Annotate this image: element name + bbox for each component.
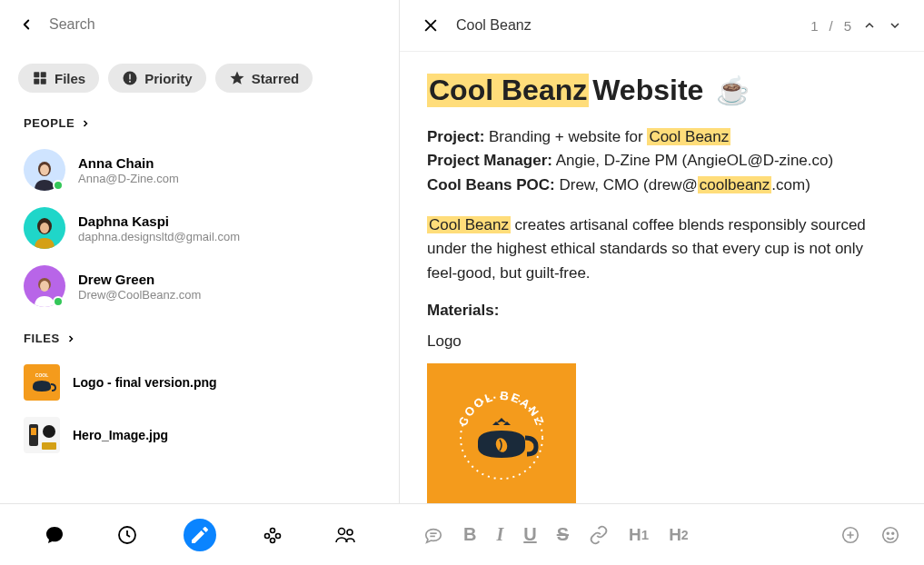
svg-rect-0 (34, 72, 39, 77)
comment-button[interactable] (423, 525, 443, 545)
link-button[interactable] (589, 525, 609, 545)
h1-button[interactable]: H1 (629, 525, 649, 545)
svg-text:COOL BEANZ: COOL BEANZ (456, 389, 548, 429)
search-bar (0, 0, 399, 49)
back-chevron-icon[interactable] (18, 16, 35, 33)
chevron-right-icon (80, 118, 91, 129)
person-row[interactable]: Drew Green Drew@CoolBeanz.com (0, 257, 399, 315)
file-thumb (24, 417, 60, 453)
person-row[interactable]: Daphna Kaspi daphna.designsltd@gmail.com (0, 199, 399, 257)
star-icon (229, 70, 245, 86)
comment-icon (423, 525, 443, 545)
avatar (24, 265, 65, 307)
description: Cool Beanz creates artisanal coffee blen… (427, 213, 897, 285)
add-button[interactable] (840, 525, 860, 545)
svg-rect-2 (34, 79, 39, 84)
svg-point-30 (347, 530, 353, 535)
svg-point-38 (892, 532, 894, 534)
nav-recent-button[interactable] (111, 519, 144, 551)
svg-point-11 (40, 223, 49, 233)
detail-header: Cool Beanz 1 / 5 (400, 0, 924, 52)
detail-title: Cool Beanz (456, 17, 794, 34)
nav-contacts-button[interactable] (329, 519, 362, 551)
pager: 1 / 5 (810, 18, 902, 34)
person-name: Daphna Kaspi (78, 213, 375, 229)
grid-icon (32, 70, 48, 86)
chip-label: Priority (144, 71, 193, 86)
svg-rect-16 (31, 428, 36, 435)
search-input[interactable] (49, 16, 381, 33)
section-files-header[interactable]: FILES (0, 326, 399, 356)
section-label: PEOPLE (24, 116, 75, 130)
chevron-down-icon[interactable] (888, 18, 902, 33)
person-email: daphna.designsltd@gmail.com (78, 230, 375, 243)
meta-block: Project: Branding + website for Cool Bea… (427, 125, 897, 197)
chip-label: Starred (252, 71, 300, 86)
chevron-right-icon (65, 333, 76, 344)
nav-compose-button[interactable] (184, 519, 216, 551)
chat-icon (44, 524, 65, 546)
filter-chips: Files Priority Starred (0, 49, 399, 111)
pager-current: 1 (810, 18, 818, 34)
svg-marker-7 (230, 72, 243, 84)
person-name: Anna Chain (78, 155, 375, 171)
svg-point-36 (883, 527, 899, 542)
file-name: Hero_Image.jpg (73, 428, 168, 442)
section-people-header[interactable]: PEOPLE (0, 111, 399, 141)
coffee-emoji-icon: ☕ (716, 74, 750, 106)
svg-point-29 (339, 528, 345, 534)
presence-online-icon (53, 296, 64, 307)
chip-priority[interactable]: Priority (108, 64, 206, 93)
underline-button[interactable]: U (523, 524, 536, 545)
bottom-nav (0, 519, 400, 551)
svg-point-37 (887, 532, 889, 534)
chip-starred[interactable]: Starred (215, 64, 313, 93)
doc-title: Cool Beanz Website ☕ (427, 74, 897, 107)
right-panel: Cool Beanz 1 / 5 Cool Beanz Website ☕ Pr… (400, 0, 924, 503)
file-row[interactable]: Hero_Image.jpg (0, 409, 399, 461)
nav-groups-button[interactable] (256, 519, 289, 551)
plus-circle-icon (840, 525, 860, 545)
strike-button[interactable]: S (557, 524, 569, 545)
h2-button[interactable]: H2 (669, 525, 689, 545)
left-panel: Files Priority Starred PEOPLE (0, 0, 400, 503)
logo-image[interactable]: COOL BEANZ (427, 363, 576, 503)
materials-heading: Materials: (427, 302, 897, 320)
clock-icon (116, 524, 138, 546)
chip-label: Files (55, 71, 85, 86)
svg-point-28 (271, 538, 275, 542)
pencil-icon (189, 524, 211, 546)
emoji-button[interactable] (880, 525, 900, 545)
section-label: FILES (24, 332, 60, 345)
chip-files[interactable]: Files (18, 64, 99, 93)
presence-online-icon (53, 180, 64, 191)
svg-point-13 (40, 281, 49, 292)
chevron-up-icon[interactable] (862, 18, 877, 33)
svg-text:COOL: COOL (35, 372, 48, 378)
format-toolbar: B I U S H1 H2 (400, 524, 924, 545)
close-icon[interactable] (422, 16, 440, 35)
svg-point-25 (271, 528, 275, 532)
logo-label: Logo (427, 332, 897, 351)
svg-rect-18 (42, 442, 56, 450)
file-name: Logo - final version.png (73, 375, 217, 390)
detail-body: Cool Beanz Website ☕ Project: Branding +… (400, 52, 924, 503)
person-email: Anna@D-Zine.com (78, 172, 375, 185)
svg-point-6 (129, 81, 131, 83)
avatar (24, 149, 65, 191)
file-row[interactable]: COOL Logo - final version.png (0, 356, 399, 409)
svg-point-26 (265, 533, 270, 538)
file-thumb: COOL (24, 364, 60, 401)
bold-button[interactable]: B (463, 524, 476, 545)
svg-point-17 (43, 425, 55, 438)
people-icon (334, 524, 356, 546)
groups-icon (262, 524, 283, 546)
nav-chat-button[interactable] (38, 519, 71, 551)
avatar (24, 207, 65, 249)
svg-rect-1 (41, 72, 46, 77)
priority-icon (122, 70, 138, 86)
italic-button[interactable]: I (496, 524, 503, 545)
link-icon (589, 525, 609, 545)
person-row[interactable]: Anna Chain Anna@D-Zine.com (0, 141, 399, 199)
person-email: Drew@CoolBeanz.com (78, 288, 375, 302)
